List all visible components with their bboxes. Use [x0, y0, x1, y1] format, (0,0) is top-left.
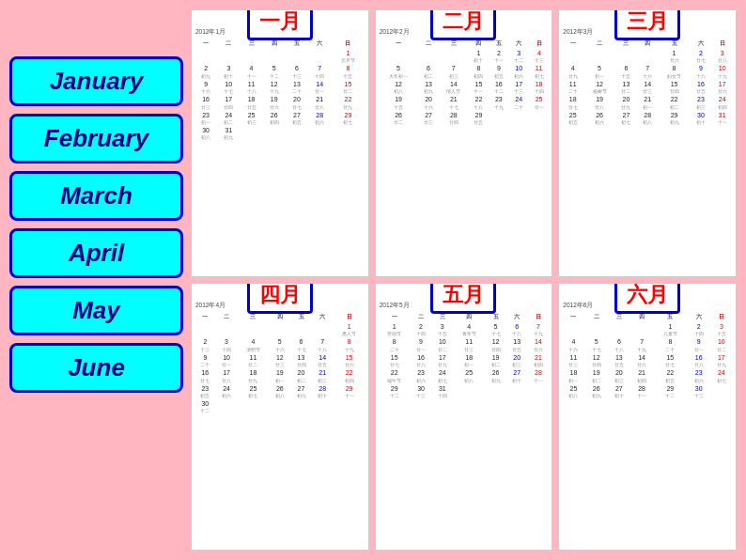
cal-jun-grid: 一二三四五六日 1儿童节 2十四 3十五 4十六 5十七 6十八 7十九 8二十: [559, 312, 736, 402]
sidebar-label-january: January: [50, 67, 144, 95]
sidebar-label-february: February: [44, 124, 148, 152]
cal-mar-year: 2012年3月: [563, 28, 593, 37]
cal-apr-grid: 一二三四五六日 1愚人节 2十三 3十四 4清明节 5十六 6十七 7十八 8十…: [192, 312, 368, 417]
cal-mar-grid: 一二三四五六日 1廿六 2廿七 3廿八 4廿九 5初一 6十五 7十六 8妇女节: [559, 39, 736, 129]
sidebar-item-april[interactable]: April: [9, 228, 183, 278]
cal-jun-year: 2012年6月: [563, 302, 593, 310]
cal-mar-header: 2012年3月 三月: [559, 10, 736, 39]
cal-feb-badge: 二月: [430, 9, 496, 40]
cal-jun-header: 2012年6月 六月: [559, 284, 736, 312]
cal-apr-year: 2012年4月: [195, 302, 225, 310]
calendars-grid: 2012年1月 一月 一二三四五六日 1元旦节 2初九 3初十: [191, 9, 737, 551]
sidebar-item-may[interactable]: May: [9, 286, 183, 335]
calendar-april: 2012年4月 四月 一二三四五六日 1愚人节 2十三 3十四: [191, 283, 369, 551]
cal-jan-header: 2012年1月 一月: [192, 10, 368, 39]
cal-apr-badge: 四月: [247, 283, 313, 314]
cal-may-cn: 五月: [443, 283, 484, 306]
cal-apr-cn: 四月: [259, 283, 301, 306]
sidebar-label-june: June: [68, 353, 125, 381]
sidebar-item-june[interactable]: June: [9, 343, 183, 393]
cal-feb-cn: 二月: [443, 9, 484, 33]
cal-mar-cn: 三月: [627, 9, 668, 33]
cal-feb-header: 2012年2月 二月: [376, 10, 552, 39]
cal-mar-badge: 三月: [614, 9, 680, 40]
sidebar-label-may: May: [72, 296, 120, 324]
sidebar-item-january[interactable]: January: [9, 56, 183, 106]
sidebar: January February March April May June: [9, 9, 183, 551]
calendar-january: 2012年1月 一月 一二三四五六日 1元旦节 2初九 3初十: [191, 9, 369, 277]
cal-jan-cn: 一月: [259, 9, 301, 33]
cal-jan-badge: 一月: [247, 9, 313, 40]
cal-feb-grid: 一二三四五六日 1初十 2十一 3十二 4十三 5大年初一 6初二 7初三 8初…: [376, 39, 552, 129]
cal-may-header: 2012年5月 五月: [376, 284, 552, 312]
sidebar-label-march: March: [60, 181, 132, 210]
calendar-june: 2012年6月 六月 一二三四五六日 1儿童节 2十四 3十五: [558, 283, 737, 551]
cal-may-year: 2012年5月: [380, 302, 410, 310]
cal-jan-year: 2012年1月: [195, 28, 225, 37]
cal-feb-year: 2012年2月: [380, 28, 410, 37]
sidebar-item-february[interactable]: February: [9, 114, 183, 163]
cal-may-badge: 五月: [430, 283, 496, 314]
cal-jan-grid: 一二三四五六日 1元旦节 2初九 3初十 4十一 5十二 6十三 7十四 8十五: [192, 39, 368, 144]
cal-may-grid: 一二三四五六日 1劳动节 2十四 3十五 4青年节 5十七 6十八 7十九 8二…: [376, 312, 552, 402]
calendar-march: 2012年3月 三月 一二三四五六日 1廿六 2廿七 3廿八: [558, 9, 737, 277]
calendar-february: 2012年2月 二月 一二三四五六日 1初十 2十一 3十二 4十三: [375, 9, 553, 277]
main-container: ★ January February March April May June …: [0, 0, 746, 560]
cal-jun-badge: 六月: [614, 283, 680, 314]
cal-jun-cn: 六月: [627, 283, 668, 306]
cal-apr-header: 2012年4月 四月: [192, 284, 368, 312]
sidebar-item-march[interactable]: March: [9, 171, 183, 221]
sidebar-label-april: April: [69, 239, 124, 267]
calendar-may: 2012年5月 五月 一二三四五六日 1劳动节 2十四 3十五 4青年节 5十七: [375, 283, 553, 551]
